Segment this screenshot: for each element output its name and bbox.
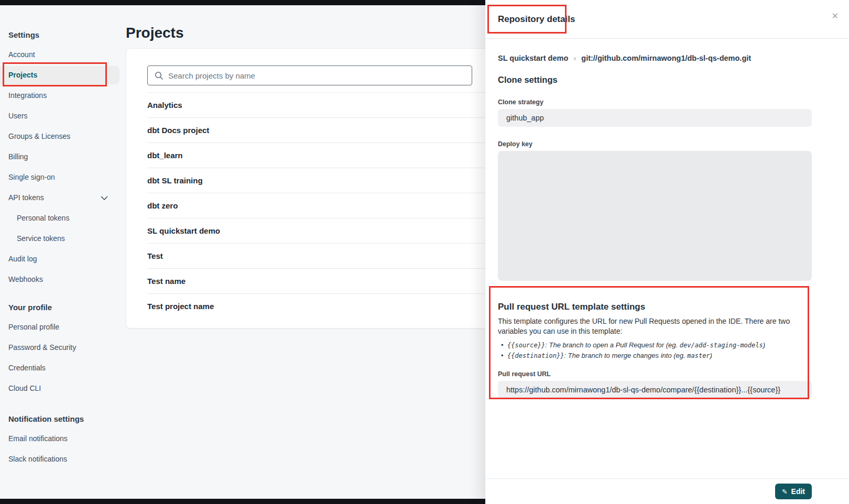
pull-request-url-label: Pull request URL [498,370,812,378]
sidebar-item-groups-licenses[interactable]: Groups & Licenses [8,126,126,147]
clone-settings-heading: Clone settings [498,75,812,85]
sidebar-item-account[interactable]: Account [8,45,126,65]
deploy-key-field [498,151,812,281]
chevron-down-icon [101,196,108,200]
settings-nav: Account Projects Integrations Users Grou… [8,45,126,290]
sidebar-heading-settings: Settings [8,30,126,40]
sidebar-item-personal-tokens[interactable]: Personal tokens [8,208,126,228]
search-icon [155,71,164,80]
sidebar-item-integrations[interactable]: Integrations [8,85,126,106]
sidebar-item-projects[interactable]: Projects [8,65,126,85]
profile-nav: Personal profile Password & Security Cre… [8,317,126,399]
deploy-key-label: Deploy key [498,140,812,148]
sidebar-item-audit-log[interactable]: Audit log [8,249,126,269]
bottom-black-bar [0,499,485,504]
sidebar-item-single-sign-on[interactable]: Single sign-on [8,167,126,188]
drawer-body: SL quickstart demo›git://github.com/mirn… [485,39,849,478]
pr-variable-item: {{destination}}: The branch to merge cha… [507,350,812,361]
sidebar-item-users[interactable]: Users [8,106,126,126]
pr-template-heading: Pull request URL template settings [498,302,812,312]
sidebar-item-service-tokens[interactable]: Service tokens [8,228,126,249]
pull-request-url-field: https://github.com/mirnawong1/db-sl-qs-d… [498,381,812,399]
sidebar-item-slack-notifications[interactable]: Slack notifications [8,449,126,469]
search-input[interactable] [167,66,468,85]
pr-variable-item: {{source}}: The branch to open a Pull Re… [507,340,812,350]
sidebar-item-personal-profile[interactable]: Personal profile [8,317,126,337]
pencil-icon: ✎ [782,488,788,496]
sidebar-heading-notification-settings: Notification settings [8,414,126,424]
clone-strategy-field: github_app [498,109,812,127]
search-box [147,65,472,85]
settings-sidebar: Settings Account Projects Integrations U… [0,5,126,469]
pr-template-description: This template configures the URL for new… [498,316,810,337]
sidebar-item-cloud-cli[interactable]: Cloud CLI [8,378,126,399]
repository-details-drawer: Repository details ✕ SL quickstart demo›… [485,0,849,504]
breadcrumb-separator-icon: › [573,53,576,62]
pr-template-variables: {{source}}: The branch to open a Pull Re… [498,340,812,361]
sidebar-item-api-tokens[interactable]: API tokens [8,188,126,208]
drawer-header: Repository details ✕ [485,0,849,39]
sidebar-heading-your-profile: Your profile [8,302,126,313]
sidebar-item-email-notifications[interactable]: Email notifications [8,429,126,449]
sidebar-item-billing[interactable]: Billing [8,147,126,167]
breadcrumb: SL quickstart demo›git://github.com/mirn… [498,53,812,62]
edit-button-label: Edit [791,487,805,496]
clone-strategy-label: Clone strategy [498,98,812,106]
notifications-nav: Email notifications Slack notifications [8,429,126,469]
breadcrumb-repo-url: git://github.com/mirnawong1/db-sl-qs-dem… [581,54,751,62]
sidebar-item-password-security[interactable]: Password & Security [8,337,126,358]
close-icon[interactable]: ✕ [832,12,839,20]
sidebar-item-webhooks[interactable]: Webhooks [8,269,126,290]
drawer-title: Repository details [498,14,575,25]
breadcrumb-project[interactable]: SL quickstart demo [498,54,568,62]
page: Settings Account Projects Integrations U… [0,0,849,504]
top-black-bar [0,0,485,5]
pr-template-section: Pull request URL template settings This … [498,302,812,399]
drawer-footer: ✎ Edit [485,478,849,504]
sidebar-item-credentials[interactable]: Credentials [8,358,126,378]
edit-button[interactable]: ✎ Edit [775,484,812,499]
